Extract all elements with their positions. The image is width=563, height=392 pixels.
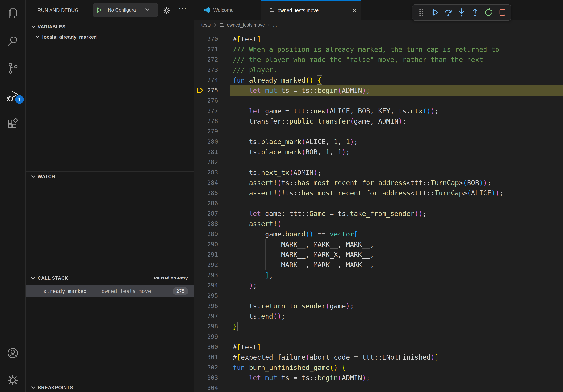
code-line[interactable]: 290 MARK__, MARK__, MARK__, bbox=[194, 239, 563, 249]
code-line[interactable]: 292 MARK__, MARK__, MARK__, bbox=[194, 260, 563, 270]
step-over-button[interactable] bbox=[443, 8, 453, 17]
code-text[interactable]: ts.return_to_sender(game); bbox=[233, 301, 354, 311]
code-text[interactable]: fun already_marked() { bbox=[233, 75, 321, 85]
code-line[interactable]: 277 let game = ttt::new(ALICE, BOB, KEY,… bbox=[194, 106, 563, 116]
code-text[interactable]: assert!(!ts::has_most_recent_for_address… bbox=[233, 188, 503, 198]
close-tab-icon[interactable]: × bbox=[353, 7, 356, 14]
code-line[interactable]: 300#[test] bbox=[194, 342, 563, 352]
start-debug-button[interactable] bbox=[93, 3, 105, 17]
line-number[interactable]: 301 bbox=[194, 352, 218, 362]
more-actions-button[interactable]: ··· bbox=[179, 4, 187, 12]
code-text[interactable]: MARK__, MARK_X, MARK__, bbox=[233, 249, 374, 260]
activitybar-source-control[interactable] bbox=[7, 62, 19, 75]
step-into-button[interactable] bbox=[457, 8, 467, 17]
code-line[interactable]: 283 ts.next_tx(ADMIN); bbox=[194, 167, 563, 178]
code-text[interactable]: #[test] bbox=[233, 34, 261, 44]
code-line[interactable]: 285 assert!(!ts::has_most_recent_for_add… bbox=[194, 188, 563, 198]
code-line[interactable]: 284 assert!(ts::has_most_recent_for_addr… bbox=[194, 178, 563, 188]
code-text[interactable]: MARK__, MARK__, MARK__, bbox=[233, 260, 374, 270]
code-text[interactable]: fun burn_unfinished_game() { bbox=[233, 362, 346, 373]
line-number[interactable]: 275 bbox=[194, 85, 218, 95]
activitybar-run-and-debug[interactable]: 1 bbox=[7, 90, 19, 103]
code-line[interactable]: 273/// player. bbox=[194, 65, 563, 75]
code-line[interactable]: 303 let mut ts = ts::begin(ADMIN); bbox=[194, 373, 563, 383]
code-text[interactable]: game.board() == vector[ bbox=[233, 229, 358, 239]
code-line[interactable]: 297 ts.end(); bbox=[194, 311, 563, 321]
code-text[interactable]: /// player. bbox=[233, 65, 277, 75]
line-number[interactable]: 295 bbox=[194, 290, 218, 301]
code-line[interactable]: 289 game.board() == vector[ bbox=[194, 229, 563, 239]
code-text[interactable]: transfer::public_transfer(game, ADMIN); bbox=[233, 116, 406, 126]
toolbar-drag-handle[interactable] bbox=[416, 8, 426, 17]
code-text[interactable]: let game: ttt::Game = ts.take_from_sende… bbox=[233, 209, 427, 219]
code-text[interactable]: /// When a position is already marked, t… bbox=[233, 44, 499, 54]
line-number[interactable]: 285 bbox=[194, 188, 218, 198]
line-number[interactable]: 297 bbox=[194, 311, 218, 321]
line-number[interactable]: 294 bbox=[194, 280, 218, 290]
code-text[interactable]: let mut ts = ts::begin(ADMIN); bbox=[233, 85, 370, 95]
activitybar-search[interactable] bbox=[7, 35, 19, 48]
code-text[interactable]: ts.end(); bbox=[233, 311, 285, 321]
line-number[interactable]: 303 bbox=[194, 373, 218, 383]
code-line[interactable]: 286 bbox=[194, 198, 563, 209]
debug-config-dropdown[interactable]: No Configura bbox=[93, 3, 158, 17]
code-text[interactable]: ts.next_tx(ADMIN); bbox=[233, 167, 321, 178]
activitybar-account[interactable] bbox=[7, 347, 19, 359]
code-text[interactable]: ], bbox=[233, 270, 273, 280]
line-number[interactable]: 298 bbox=[194, 321, 218, 332]
code-text[interactable]: ts.place_mark(ALICE, 1, 1); bbox=[233, 137, 358, 147]
code-line[interactable]: 278 transfer::public_transfer(game, ADMI… bbox=[194, 116, 563, 126]
code-text[interactable]: #[expected_failure(abort_code = ttt::ENo… bbox=[233, 352, 439, 362]
code-line[interactable]: 279 bbox=[194, 126, 563, 137]
code-line[interactable]: 271/// When a position is already marked… bbox=[194, 44, 563, 54]
line-number[interactable]: 290 bbox=[194, 239, 218, 249]
line-number[interactable]: 279 bbox=[194, 126, 218, 137]
call-stack-frame-row[interactable]: already_marked owned_tests.move 275 bbox=[26, 285, 194, 297]
code-line[interactable]: 270#[test] bbox=[194, 34, 563, 44]
code-line[interactable]: 295 bbox=[194, 290, 563, 301]
line-number[interactable]: 272 bbox=[194, 54, 218, 65]
line-number[interactable]: 287 bbox=[194, 209, 218, 219]
line-number[interactable]: 289 bbox=[194, 229, 218, 239]
line-number[interactable]: 296 bbox=[194, 301, 218, 311]
line-number[interactable]: 282 bbox=[194, 157, 218, 167]
line-number[interactable]: 292 bbox=[194, 260, 218, 270]
code-line[interactable]: 274fun already_marked() { bbox=[194, 75, 563, 85]
line-number[interactable]: 277 bbox=[194, 106, 218, 116]
activitybar-extensions[interactable] bbox=[7, 117, 19, 130]
watch-section-header[interactable]: WATCH bbox=[26, 171, 194, 182]
line-number[interactable]: 293 bbox=[194, 270, 218, 280]
breadcrumb-symbol[interactable]: ... bbox=[273, 23, 277, 28]
code-line[interactable]: 294 ); bbox=[194, 280, 563, 290]
code-text[interactable]: assert!( bbox=[233, 219, 281, 229]
code-text[interactable]: let game = ttt::new(ALICE, BOB, KEY, ts.… bbox=[233, 106, 439, 116]
code-line[interactable]: 293 ], bbox=[194, 270, 563, 280]
line-number[interactable]: 281 bbox=[194, 147, 218, 157]
code-line[interactable]: 301#[expected_failure(abort_code = ttt::… bbox=[194, 352, 563, 362]
code-editor[interactable]: 270#[test]271/// When a position is alre… bbox=[194, 30, 563, 392]
call-stack-section-header[interactable]: CALL STACK Paused on entry bbox=[26, 273, 194, 283]
code-line[interactable]: 302fun burn_unfinished_game() { bbox=[194, 362, 563, 373]
code-line[interactable]: 296 ts.return_to_sender(game); bbox=[194, 301, 563, 311]
line-number[interactable]: 276 bbox=[194, 95, 218, 106]
line-number[interactable]: 283 bbox=[194, 167, 218, 178]
variables-section-header[interactable]: VARIABLES bbox=[26, 22, 194, 32]
code-text[interactable]: assert!(ts::has_most_recent_for_address<… bbox=[233, 178, 491, 188]
stop-button[interactable] bbox=[497, 8, 507, 17]
line-number[interactable]: 280 bbox=[194, 137, 218, 147]
code-text[interactable]: /// the player who made the "false" move… bbox=[233, 54, 483, 65]
line-number[interactable]: 304 bbox=[194, 383, 218, 392]
line-number[interactable]: 300 bbox=[194, 342, 218, 352]
line-number[interactable]: 302 bbox=[194, 362, 218, 373]
code-text[interactable]: let mut ts = ts::begin(ADMIN); bbox=[233, 373, 370, 383]
code-line[interactable]: 288 assert!( bbox=[194, 219, 563, 229]
code-line[interactable]: 291 MARK__, MARK_X, MARK__, bbox=[194, 249, 563, 260]
restart-button[interactable] bbox=[484, 8, 494, 17]
code-line[interactable]: 281 ts.place_mark(BOB, 1, 1); bbox=[194, 147, 563, 157]
code-line[interactable]: 304 bbox=[194, 383, 563, 392]
code-text[interactable]: #[test] bbox=[233, 342, 261, 352]
activitybar-explorer[interactable] bbox=[7, 7, 19, 20]
code-line[interactable]: 299 bbox=[194, 332, 563, 342]
breakpoints-section-header[interactable]: BREAKPOINTS bbox=[26, 382, 194, 392]
line-number[interactable]: 273 bbox=[194, 65, 218, 75]
